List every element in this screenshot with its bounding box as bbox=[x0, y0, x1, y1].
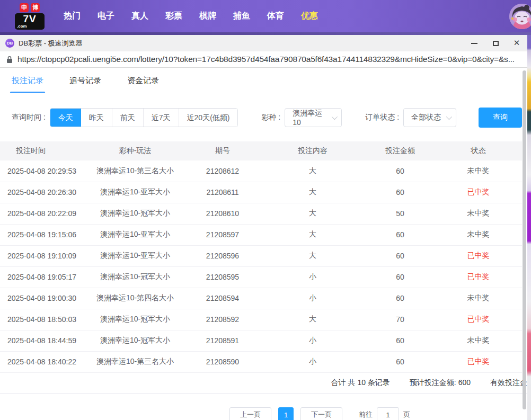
site-nav-menu: 热门 电子 真人 彩票 棋牌 捕鱼 体育 优惠 bbox=[63, 7, 319, 25]
header-bet-amount: 投注金额 bbox=[366, 141, 435, 160]
time-option-20days[interactable]: 近20天(低频) bbox=[179, 109, 238, 127]
cell-bet-time: 2025-04-08 20:29:53 bbox=[0, 160, 85, 182]
logo-badge-right: 博 bbox=[31, 3, 40, 12]
chevron-down-icon bbox=[446, 114, 452, 120]
nav-item-sports[interactable]: 体育 bbox=[266, 7, 285, 25]
table-row: 2025-04-08 20:26:30澳洲幸运10-亚军大小21208611大6… bbox=[0, 182, 522, 203]
goto-page-input[interactable] bbox=[377, 407, 399, 420]
cell-status: 未中奖 bbox=[435, 203, 522, 224]
goto-suffix: 页 bbox=[403, 410, 410, 419]
nav-item-fishing[interactable]: 捕鱼 bbox=[232, 7, 251, 25]
maximize-icon bbox=[493, 41, 499, 46]
minimize-button[interactable] bbox=[464, 35, 485, 51]
browser-titlebar[interactable]: DB DB彩票 - 极速浏览器 ✕ bbox=[0, 35, 527, 51]
current-page-button[interactable]: 1 bbox=[278, 407, 294, 420]
cell-issue: 21208610 bbox=[185, 203, 260, 224]
tab-chase-records[interactable]: 追号记录 bbox=[69, 75, 101, 93]
cell-bet-time: 2025-04-08 19:15:06 bbox=[0, 224, 85, 245]
nav-item-slots[interactable]: 电子 bbox=[96, 7, 116, 25]
cell-bet-time: 2025-04-08 19:10:09 bbox=[0, 245, 85, 266]
nav-item-lottery[interactable]: 彩票 bbox=[164, 7, 183, 25]
lock-icon bbox=[6, 56, 13, 64]
cell-bet-time: 2025-04-08 19:00:30 bbox=[0, 288, 85, 309]
close-icon: ✕ bbox=[514, 39, 520, 47]
header-game-play: 彩种-玩法 bbox=[85, 141, 185, 160]
browser-favicon-icon: DB bbox=[5, 39, 14, 48]
logo-badges: 申 博 bbox=[15, 3, 45, 12]
cell-game-play: 澳洲幸运10-冠军大小 bbox=[85, 309, 185, 330]
address-bar[interactable]: https://ctopcp02pcali.uengi5e.com/lotter… bbox=[0, 51, 527, 68]
cell-game-play: 澳洲幸运10-冠军大小 bbox=[85, 266, 185, 288]
header-status: 状态 bbox=[435, 141, 522, 160]
cell-issue: 21208594 bbox=[185, 288, 260, 309]
table-row: 2025-04-08 18:44:59澳洲幸运10-冠军大小21208591小6… bbox=[0, 330, 522, 351]
cell-bet-amount: 50 bbox=[366, 203, 435, 224]
url-text[interactable]: https://ctopcp02pcali.uengi5e.com/lotter… bbox=[17, 55, 515, 64]
tab-label: 投注记录 bbox=[12, 76, 43, 85]
maximize-button[interactable] bbox=[485, 35, 506, 51]
cell-bet-amount: 60 bbox=[366, 182, 435, 203]
cell-status: 已中奖 bbox=[435, 245, 522, 266]
cell-issue: 21208612 bbox=[185, 160, 260, 182]
vertical-scrollbar[interactable] bbox=[523, 70, 526, 409]
cell-status: 已中奖 bbox=[435, 182, 522, 203]
goto-label: 前往 bbox=[359, 410, 373, 419]
filter-toolbar: 查询时间 : 今天 昨天 前天 近7天 近20天(低频) 彩种 : 澳洲幸运10… bbox=[12, 108, 527, 127]
window-controls: ✕ bbox=[464, 35, 527, 51]
cell-game-play: 澳洲幸运10-亚军大小 bbox=[85, 182, 185, 203]
next-page-button[interactable]: 下一页 bbox=[300, 407, 342, 420]
nav-item-hot[interactable]: 热门 bbox=[63, 7, 82, 25]
page-content: 投注记录 追号记录 资金记录 查询时间 : 今天 昨天 前天 近7天 近20天(… bbox=[0, 68, 527, 420]
lottery-select[interactable]: 澳洲幸运10 bbox=[285, 108, 342, 127]
active-tab-underline bbox=[10, 92, 45, 93]
time-option-7days[interactable]: 近7天 bbox=[143, 109, 179, 127]
table-row: 2025-04-08 20:22:09澳洲幸运10-冠军大小21208610大5… bbox=[0, 203, 522, 224]
tab-fund-records[interactable]: 资金记录 bbox=[127, 75, 159, 93]
cell-bet-time: 2025-04-08 19:05:17 bbox=[0, 266, 85, 288]
pagination: 上一页 1 下一页 前往 页 bbox=[56, 407, 527, 420]
site-logo[interactable]: 申 博 7V .com bbox=[15, 3, 45, 30]
cell-game-play: 澳洲幸运10-第四名大小 bbox=[85, 288, 185, 309]
logo-box: 7V .com bbox=[15, 13, 45, 30]
cell-bet-content: 大 bbox=[260, 224, 366, 245]
logo-badge-left: 申 bbox=[20, 3, 29, 12]
cell-status: 未中奖 bbox=[435, 330, 522, 351]
browser-window: DB DB彩票 - 极速浏览器 ✕ https://ctopcp02pcali.… bbox=[0, 35, 527, 420]
cell-game-play: 澳洲幸运10-第三名大小 bbox=[85, 160, 185, 182]
cell-status: 未中奖 bbox=[435, 224, 522, 245]
order-status-select[interactable]: 全部状态 bbox=[403, 108, 456, 127]
tab-label: 资金记录 bbox=[127, 76, 159, 85]
search-button[interactable]: 查询 bbox=[479, 108, 522, 128]
cell-bet-time: 2025-04-08 18:40:22 bbox=[0, 351, 85, 372]
cell-bet-content: 小 bbox=[260, 288, 366, 309]
time-option-today[interactable]: 今天 bbox=[50, 109, 81, 127]
cell-issue: 21208611 bbox=[185, 182, 260, 203]
summary-valid-amount: 有效投注金额 bbox=[490, 378, 527, 388]
cell-bet-content: 小 bbox=[260, 266, 366, 288]
lottery-select-value: 澳洲幸运10 bbox=[293, 109, 328, 127]
nav-item-board-games[interactable]: 棋牌 bbox=[198, 7, 217, 25]
cell-bet-content: 大 bbox=[260, 182, 366, 203]
cell-bet-content: 大 bbox=[260, 309, 366, 330]
prev-page-button[interactable]: 上一页 bbox=[229, 407, 271, 420]
minimize-icon bbox=[471, 43, 477, 44]
cell-bet-time: 2025-04-08 20:26:30 bbox=[0, 182, 85, 203]
tab-bet-records[interactable]: 投注记录 bbox=[12, 75, 43, 93]
cell-bet-content: 小 bbox=[260, 330, 366, 351]
order-status-label: 订单状态 : bbox=[365, 113, 399, 122]
cell-game-play: 澳洲幸运10-第三名大小 bbox=[85, 351, 185, 372]
cell-bet-amount: 60 bbox=[366, 266, 435, 288]
cell-bet-amount: 60 bbox=[366, 245, 435, 266]
table-row: 2025-04-08 19:15:06澳洲幸运10-亚军大小21208597大6… bbox=[0, 224, 522, 245]
nav-item-live[interactable]: 真人 bbox=[130, 7, 149, 25]
close-button[interactable]: ✕ bbox=[506, 35, 527, 51]
time-option-day-before[interactable]: 前天 bbox=[112, 109, 143, 127]
user-avatar[interactable] bbox=[509, 4, 531, 29]
cell-bet-content: 大 bbox=[260, 245, 366, 266]
cell-bet-time: 2025-04-08 18:44:59 bbox=[0, 330, 85, 351]
tab-label: 追号记录 bbox=[69, 76, 101, 85]
cell-game-play: 澳洲幸运10-冠军大小 bbox=[85, 203, 185, 224]
cell-status: 已中奖 bbox=[435, 309, 522, 330]
nav-item-promotions[interactable]: 优惠 bbox=[300, 7, 319, 25]
time-option-yesterday[interactable]: 昨天 bbox=[81, 109, 112, 127]
